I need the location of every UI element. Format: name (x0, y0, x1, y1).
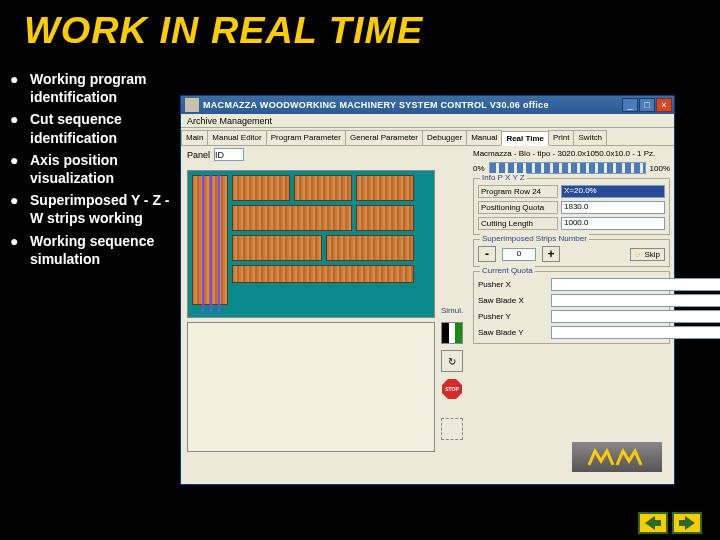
refresh-icon[interactable]: ↻ (441, 350, 463, 372)
bullet-item: Superimposed Y - Z - W strips working (10, 191, 175, 227)
close-button[interactable]: × (656, 98, 672, 112)
prev-arrow-button[interactable] (638, 512, 668, 534)
tab-general-parameter[interactable]: General Parameter (345, 130, 423, 145)
info-value-2: 1000.0 (561, 217, 665, 230)
tab-debugger[interactable]: Debugger (422, 130, 467, 145)
group-strips: Superimposed Strips Number - 0 + ☞ Skip (473, 239, 670, 267)
bullet-item: Working sequence simulation (10, 232, 175, 268)
group-info-title: Info P X Y Z (480, 173, 527, 182)
tab-realtime[interactable]: Real Time (501, 131, 549, 146)
side-panel: Macmazza - Blo - tipo - 3020.0x1050.0x10… (473, 146, 670, 480)
quota-label-1: Saw Blade X (478, 296, 548, 305)
app-icon (185, 98, 199, 112)
bullet-item: Working program identification (10, 70, 175, 106)
quota-label-0: Pusher X (478, 280, 548, 289)
group-info: Info P X Y Z Program Row 24 X=20.0% Posi… (473, 178, 670, 235)
quota-input-1[interactable] (551, 294, 720, 307)
job-info: Macmazza - Blo - tipo - 3020.0x1050.0x10… (473, 146, 670, 162)
quota-input-3[interactable] (551, 326, 720, 339)
skip-button[interactable]: ☞ Skip (630, 248, 665, 261)
cut-preview (187, 170, 435, 318)
tab-manual-editor[interactable]: Manual Editor (207, 130, 266, 145)
bullet-list: Working program identification Cut seque… (10, 70, 175, 272)
tab-program-parameter[interactable]: Program Parameter (266, 130, 346, 145)
next-arrow-button[interactable] (672, 512, 702, 534)
menubar[interactable]: Archive Management (181, 114, 674, 128)
stop-icon[interactable]: STOP (441, 378, 463, 400)
slide-title: WORK IN REAL TIME (0, 0, 720, 52)
tool-column: ↻ STOP (441, 322, 467, 446)
minus-button[interactable]: - (478, 246, 496, 262)
hand-icon: ☞ (635, 250, 642, 259)
minimize-button[interactable]: _ (622, 98, 638, 112)
simul-label: Simul. (441, 306, 463, 315)
quota-input-2[interactable] (551, 310, 720, 323)
tab-bar: Main Manual Editor Program Parameter Gen… (181, 128, 674, 146)
info-label-1: Positioning Quota (478, 201, 558, 214)
info-label-0: Program Row 24 (478, 185, 558, 198)
skip-label: Skip (644, 250, 660, 259)
pct-100: 100% (650, 164, 670, 173)
quota-input-0[interactable] (551, 278, 720, 291)
window-title: MACMAZZA WOODWORKING MACHINERY SYSTEM CO… (203, 100, 622, 110)
panel-label: Panel (187, 150, 210, 160)
titlebar: MACMAZZA WOODWORKING MACHINERY SYSTEM CO… (181, 96, 674, 114)
flag-icon[interactable] (441, 322, 463, 344)
tab-body: Panel Simul. ↻ (181, 146, 674, 484)
brand-logo (572, 442, 662, 472)
info-value-0: X=20.0% (561, 185, 665, 198)
group-quota-title: Current Quota (480, 266, 535, 275)
strips-value[interactable]: 0 (502, 248, 536, 261)
quota-label-3: Saw Blade Y (478, 328, 548, 337)
bottom-preview (187, 322, 435, 452)
tab-main[interactable]: Main (181, 130, 208, 145)
maximize-button[interactable]: □ (639, 98, 655, 112)
group-strips-title: Superimposed Strips Number (480, 234, 589, 243)
info-value-1: 1830.0 (561, 201, 665, 214)
group-quota: Current Quota Pusher X Saw Blade X Pushe… (473, 271, 670, 344)
tab-manual[interactable]: Manual (466, 130, 502, 145)
bullet-item: Cut sequence identification (10, 110, 175, 146)
slide-pager (638, 512, 702, 534)
app-window: MACMAZZA WOODWORKING MACHINERY SYSTEM CO… (180, 95, 675, 485)
info-label-2: Cutting Length (478, 217, 558, 230)
tab-print[interactable]: Print (548, 130, 574, 145)
pct-0: 0% (473, 164, 485, 173)
panel-input[interactable] (214, 148, 244, 161)
quota-label-2: Pusher Y (478, 312, 548, 321)
bullet-item: Axis position visualization (10, 151, 175, 187)
tab-switch[interactable]: Switch (573, 130, 607, 145)
plus-button[interactable]: + (542, 246, 560, 262)
empty-icon[interactable] (441, 418, 463, 440)
